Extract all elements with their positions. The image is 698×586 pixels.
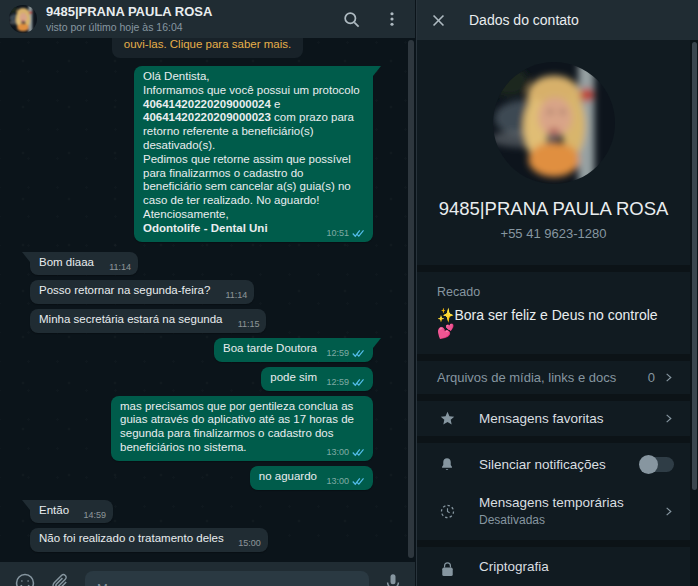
message-meta: 11:14 [225,290,247,301]
read-ticks-icon [352,349,366,359]
message-meta: 11:15 [238,319,260,330]
message-list[interactable]: ouvi-las. Clique para saber mais. Olá De… [0,38,415,562]
message-outgoing[interactable]: pode sim12:59 [261,367,373,391]
avatar-photo-large [493,62,615,184]
message-incoming[interactable]: Então14:59 [30,500,113,524]
message-meta: 14:59 [84,510,107,521]
contact-name: 9485|PRANA PAULA ROSA [427,198,680,220]
message-time: 13:00 [326,447,349,458]
lock-icon [437,561,457,578]
chat-contact-name: 9485|PRANA PAULA ROSA [46,5,333,20]
message-time: 10:51 [326,228,349,239]
bell-icon [437,456,457,473]
starred-messages-row[interactable]: Mensagens favoritas [417,401,690,436]
message-incoming[interactable]: Minha secretária estará na segunda11:15 [30,309,266,333]
disappearing-label: Mensagens temporárias [479,495,663,510]
close-icon[interactable] [430,12,447,29]
message-bubble[interactable]: Bom diaaa11:14 [30,252,138,276]
avatar-photo [9,5,37,33]
message-bubble[interactable]: Não foi realizado o tratamento deles15:0… [30,528,268,552]
message-meta: 13:00 [326,476,366,487]
whatsapp-window: 9485|PRANA PAULA ROSA visto por último h… [0,0,698,586]
chat-header-text[interactable]: 9485|PRANA PAULA ROSA visto por último h… [46,5,333,33]
chat-last-seen: visto por último hoje às 16:04 [46,21,333,33]
media-count: 0 [648,370,655,385]
message-incoming[interactable]: Bom diaaa11:14 [30,252,138,276]
chat-header-actions [342,10,401,29]
chevron-right-icon [663,506,674,517]
read-ticks-icon [352,229,366,239]
mute-toggle[interactable] [640,457,674,472]
message-bubble[interactable]: Então14:59 [30,500,113,524]
message-text: Posso retornar na segunda-feira? [39,284,246,298]
message-input[interactable] [85,571,369,586]
media-label: Arquivos de mídia, links e docs [437,370,648,385]
message-meta: 10:51 [326,228,366,239]
message-incoming[interactable]: Posso retornar na segunda-feira?11:14 [30,280,254,304]
message-composer [0,562,415,586]
disappearing-messages-row[interactable]: Mensagens temporárias Desativadas [417,483,690,540]
mute-label: Silenciar notificações [479,457,640,472]
toggle-knob [639,455,658,474]
attach-paperclip-icon[interactable] [50,572,71,586]
contact-phone: +55 41 9623-1280 [427,226,680,241]
message-time: 12:59 [326,348,349,359]
media-row[interactable]: Arquivos de mídia, links e docs 0 [417,361,690,394]
message-outgoing[interactable]: mas precisamos que por gentileza conclua… [111,396,373,461]
message-time: 11:15 [238,319,260,330]
menu-kebab-icon[interactable] [383,10,401,28]
contact-avatar-large[interactable] [493,62,615,184]
panel-header: Dados do contato [417,0,698,40]
message-time: 11:14 [109,262,131,273]
starred-label: Mensagens favoritas [479,411,663,426]
chat-header[interactable]: 9485|PRANA PAULA ROSA visto por último h… [0,0,415,38]
chevron-right-icon [663,413,674,424]
message-meta: 12:59 [326,348,366,359]
message-text: Minha secretária estará na segunda [39,313,258,327]
chevron-right-icon [663,372,674,383]
star-icon [437,410,457,427]
message-meta: 15:00 [238,538,261,549]
message-meta: 12:59 [326,377,366,388]
about-section: Recado ✨Bora ser feliz e Deus no control… [417,272,690,354]
panel-scroll-area: 9485|PRANA PAULA ROSA +55 41 9623-1280 R… [417,40,698,586]
read-ticks-icon [352,448,366,458]
emoji-icon[interactable] [14,572,36,586]
message-meta: 11:14 [109,262,131,273]
contact-info-panel: Dados do contato [416,0,698,586]
message-text: Não foi realizado o tratamento deles [39,532,260,546]
about-label: Recado [437,285,670,299]
search-icon[interactable] [342,10,361,29]
mic-icon[interactable] [383,572,403,586]
disappearing-value: Desativadas [479,513,663,527]
message-bubble[interactable]: Olá Dentista, Informamos que você possui… [134,66,373,242]
about-text: ✨Bora ser feliz e Deus no controle 💕 [437,307,670,339]
message-outgoing[interactable]: Olá Dentista, Informamos que você possui… [134,66,373,242]
encryption-label: Criptografia [479,559,674,574]
panel-scrollbar[interactable] [692,42,697,490]
message-time: 14:59 [84,510,107,521]
message-outgoing[interactable]: Boa tarde Doutora12:59 [214,338,373,362]
contact-avatar-small[interactable] [9,5,37,33]
encryption-banner[interactable]: ouvi-las. Clique para saber mais. [112,38,303,58]
message-outgoing[interactable]: no aguardo13:00 [250,466,373,490]
message-bubble[interactable]: Boa tarde Doutora12:59 [214,338,373,362]
panel-title: Dados do contato [469,12,579,28]
message-time: 15:00 [238,538,261,549]
message-incoming[interactable]: Não foi realizado o tratamento deles15:0… [30,528,268,552]
message-bubble[interactable]: pode sim12:59 [261,367,373,391]
message-bubble[interactable]: mas precisamos que por gentileza conclua… [111,396,373,461]
encryption-section[interactable]: Criptografia As mensagens são protegidas… [417,547,690,586]
message-bubble[interactable]: Posso retornar na segunda-feira?11:14 [30,280,254,304]
read-ticks-icon [352,378,366,388]
profile-section: 9485|PRANA PAULA ROSA +55 41 9623-1280 [417,40,690,265]
chat-scrollbar[interactable] [408,40,414,558]
message-bubble[interactable]: no aguardo13:00 [250,466,373,490]
message-bubble[interactable]: Minha secretária estará na segunda11:15 [30,309,266,333]
media-section: Arquivos de mídia, links e docs 0 [417,361,690,394]
message-meta: 13:00 [326,447,366,458]
settings-section: Silenciar notificações Mensagens temporá… [417,443,690,540]
read-ticks-icon [352,477,366,487]
message-time: 13:00 [326,476,349,487]
mute-notifications-row[interactable]: Silenciar notificações [417,443,690,483]
